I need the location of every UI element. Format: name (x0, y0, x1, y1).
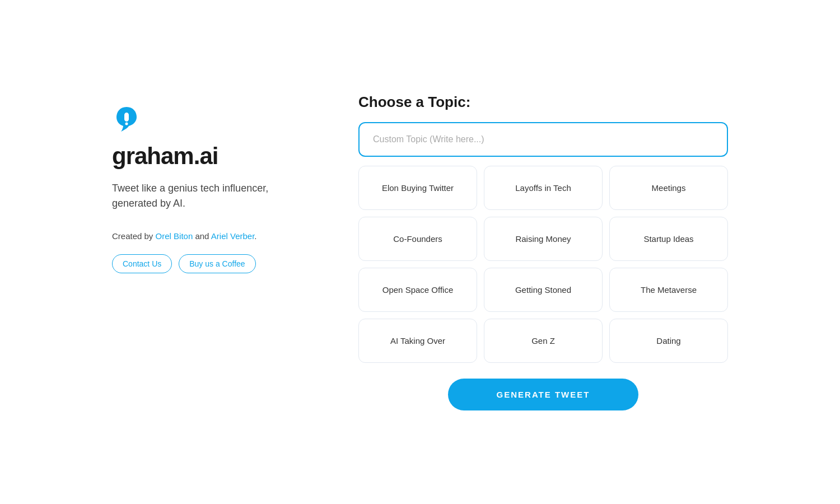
topic-card-getting-stoned[interactable]: Getting Stoned (484, 268, 603, 312)
section-title: Choose a Topic: (358, 94, 728, 111)
tagline: Tweet like a genius tech influencer, gen… (112, 181, 291, 211)
topic-card-elon-buying-twitter[interactable]: Elon Buying Twitter (358, 166, 477, 210)
buy-coffee-button[interactable]: Buy us a Coffee (179, 254, 255, 273)
topic-card-the-metaverse[interactable]: The Metaverse (609, 268, 728, 312)
generate-tweet-button[interactable]: GENERATE TWEET (448, 379, 638, 410)
right-panel: Choose a Topic: Elon Buying TwitterLayof… (358, 94, 728, 410)
page-container: graham.ai Tweet like a genius tech influ… (112, 94, 728, 410)
topic-card-startup-ideas[interactable]: Startup Ideas (609, 217, 728, 261)
credits-and: and (195, 231, 211, 241)
topic-card-ai-taking-over[interactable]: AI Taking Over (358, 319, 477, 363)
svg-point-0 (125, 123, 128, 125)
topic-card-co-founders[interactable]: Co-Founders (358, 217, 477, 261)
credits: Created by Orel Biton and Ariel Verber. (112, 231, 291, 241)
logo-icon (112, 105, 141, 134)
credits-author1-link[interactable]: Orel Biton (156, 231, 193, 241)
credits-author2-link[interactable]: Ariel Verber (211, 231, 255, 241)
topic-card-raising-money[interactable]: Raising Money (484, 217, 603, 261)
topic-card-layoffs-in-tech[interactable]: Layoffs in Tech (484, 166, 603, 210)
left-panel: graham.ai Tweet like a genius tech influ… (112, 94, 291, 273)
contact-us-button[interactable]: Contact Us (112, 254, 172, 273)
topics-grid: Elon Buying TwitterLayoffs in TechMeetin… (358, 166, 728, 363)
topic-card-meetings[interactable]: Meetings (609, 166, 728, 210)
topic-card-open-space-office[interactable]: Open Space Office (358, 268, 477, 312)
credits-period: . (254, 231, 256, 241)
topic-card-dating[interactable]: Dating (609, 319, 728, 363)
topic-card-gen-z[interactable]: Gen Z (484, 319, 603, 363)
credits-text: Created by (112, 231, 156, 241)
custom-topic-input[interactable] (358, 122, 728, 157)
action-buttons: Contact Us Buy us a Coffee (112, 254, 291, 273)
app-title: graham.ai (112, 143, 291, 170)
